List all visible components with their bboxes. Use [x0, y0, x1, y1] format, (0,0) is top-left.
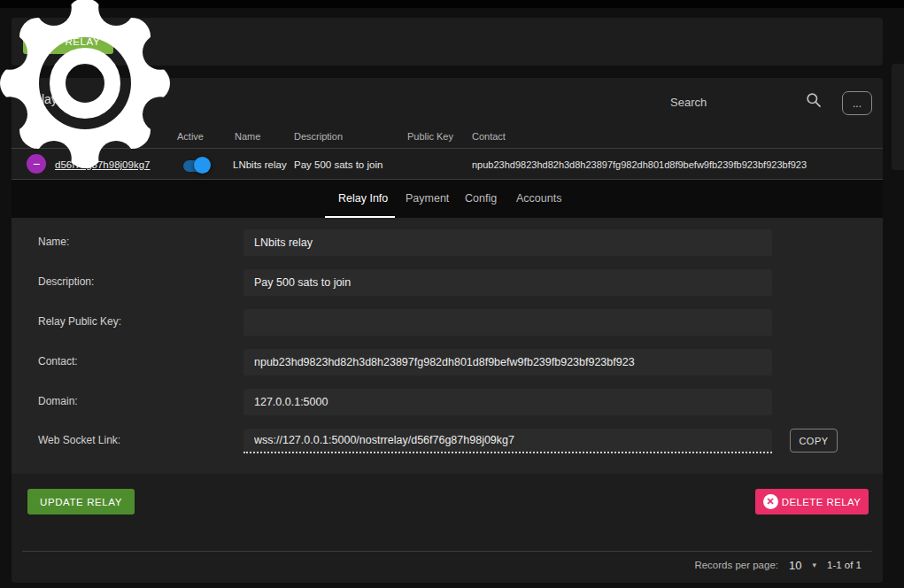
name-field[interactable]: [243, 229, 772, 256]
row-cell-contact: npub23hd9823hd82h3d8h23897fg982dh801d8f9…: [472, 159, 807, 170]
name-field-label: Name:: [38, 236, 69, 248]
search-input[interactable]: Search: [670, 96, 707, 109]
right-edge-card-sliver: [892, 64, 904, 170]
description-field[interactable]: [243, 269, 772, 296]
row-cell-name: LNbits relay: [233, 159, 287, 170]
page-range: 1-1 of 1: [827, 560, 862, 570]
relay-public-key-field-label: Relay Public Key:: [38, 315, 121, 328]
update-relay-button[interactable]: UPDATE RELAY: [27, 489, 135, 514]
column-header-public-key: Public Key: [407, 131, 453, 142]
column-header-active: Active: [177, 131, 204, 142]
cancel-circle-icon: ✕: [763, 494, 778, 509]
web-socket-link-field-label: Web Socket Link:: [38, 434, 120, 446]
search-icon[interactable]: [805, 91, 823, 109]
contact-field-label: Contact:: [38, 355, 78, 368]
delete-relay-button[interactable]: ✕ DELETE RELAY: [755, 489, 869, 514]
tab-relay-info[interactable]: Relay Info: [338, 192, 388, 205]
chevron-down-icon[interactable]: ▾: [812, 561, 816, 569]
records-per-page-select[interactable]: 10: [789, 559, 801, 572]
domain-field-label: Domain:: [38, 395, 78, 407]
contact-field[interactable]: [243, 349, 772, 375]
column-header-description: Description: [294, 131, 343, 142]
copy-button[interactable]: COPY: [790, 429, 838, 453]
row-cell-description: Pay 500 sats to join: [294, 159, 382, 170]
relay-public-key-field[interactable]: [243, 309, 772, 336]
column-header-contact: Contact: [472, 131, 506, 142]
gear-icon: [0, 0, 171, 169]
more-options-button[interactable]: ...: [842, 91, 872, 115]
pagination: Records per page: 10 ▾ 1-1 of 1: [694, 556, 862, 574]
tab-config[interactable]: Config: [465, 192, 497, 205]
active-toggle-thumb[interactable]: [194, 157, 211, 174]
description-field-label: Description:: [38, 275, 94, 288]
tab-payment[interactable]: Payment: [406, 192, 449, 205]
column-header-name: Name: [235, 131, 260, 142]
tab-accounts[interactable]: Accounts: [516, 192, 561, 205]
domain-field[interactable]: [243, 389, 772, 415]
delete-relay-label: DELETE RELAY: [782, 497, 862, 507]
web-socket-link-field[interactable]: [243, 429, 772, 453]
records-per-page-label: Records per page:: [694, 560, 778, 570]
footer-divider: [22, 551, 872, 552]
